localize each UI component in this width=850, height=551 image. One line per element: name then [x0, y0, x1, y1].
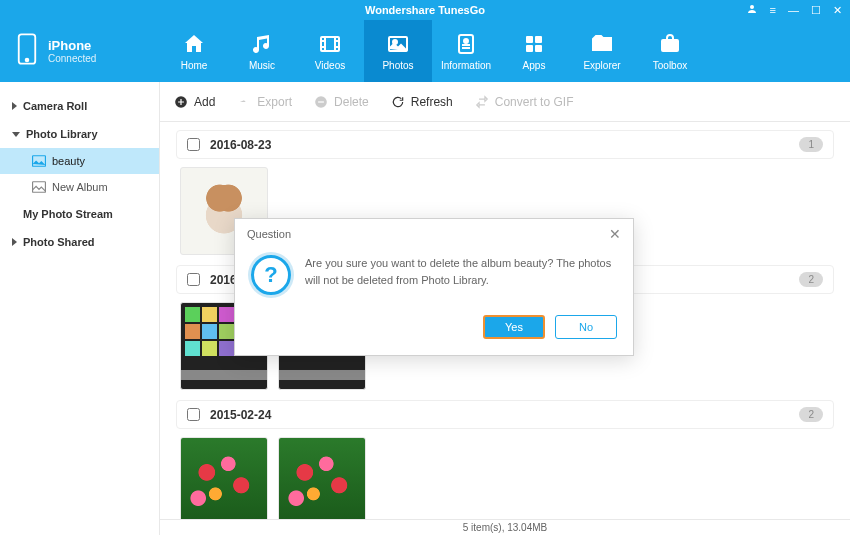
- toolbox-icon: [658, 32, 682, 56]
- device-status: Connected: [48, 53, 96, 64]
- photo-icon: [32, 155, 46, 167]
- minus-icon: [314, 95, 328, 109]
- add-button[interactable]: Add: [174, 95, 215, 109]
- information-icon: [454, 32, 478, 56]
- count-badge: 2: [799, 272, 823, 287]
- svg-point-7: [464, 39, 468, 43]
- statusbar: 5 item(s), 13.04MB: [160, 519, 850, 535]
- dialog-title: Question: [247, 228, 291, 240]
- device-panel[interactable]: iPhone Connected: [0, 20, 160, 82]
- svg-rect-9: [535, 36, 542, 43]
- titlebar: Wondershare TunesGo ≡ — ☐ ✕: [0, 0, 850, 20]
- export-button[interactable]: Export: [237, 95, 292, 109]
- no-button[interactable]: No: [555, 315, 617, 339]
- home-icon: [182, 32, 206, 56]
- svg-rect-8: [526, 36, 533, 43]
- dialog-message: Are you sure you want to delete the albu…: [305, 255, 617, 295]
- date-group: 2015-02-24 2: [176, 400, 834, 519]
- svg-rect-10: [526, 45, 533, 52]
- nav-home[interactable]: Home: [160, 20, 228, 82]
- sidebar: Camera Roll Photo Library beauty New Alb…: [0, 82, 160, 535]
- question-icon: ?: [251, 255, 291, 295]
- group-date: 2016-08-23: [210, 138, 271, 152]
- chevron-down-icon: [12, 132, 20, 137]
- plus-icon: [174, 95, 188, 109]
- nav-information[interactable]: Information: [432, 20, 500, 82]
- chevron-right-icon: [12, 102, 17, 110]
- device-name: iPhone: [48, 38, 96, 53]
- photo-icon: [32, 181, 46, 193]
- count-badge: 2: [799, 407, 823, 422]
- videos-icon: [318, 32, 342, 56]
- app-title: Wondershare TunesGo: [365, 4, 485, 16]
- menu-icon[interactable]: ≡: [770, 4, 776, 16]
- date-header: 2015-02-24 2: [176, 400, 834, 429]
- svg-point-0: [750, 5, 754, 9]
- nav-music[interactable]: Music: [228, 20, 296, 82]
- date-header: 2016-08-23 1: [176, 130, 834, 159]
- svg-point-2: [26, 59, 29, 62]
- photo-thumb[interactable]: [278, 437, 366, 519]
- refresh-icon: [391, 95, 405, 109]
- nav-photos[interactable]: Photos: [364, 20, 432, 82]
- sidebar-photo-library[interactable]: Photo Library: [0, 120, 159, 148]
- maximize-icon[interactable]: ☐: [811, 4, 821, 17]
- nav-explorer[interactable]: Explorer: [568, 20, 636, 82]
- minimize-icon[interactable]: —: [788, 4, 799, 16]
- nav-videos[interactable]: Videos: [296, 20, 364, 82]
- group-checkbox[interactable]: [187, 138, 200, 151]
- music-icon: [250, 32, 274, 56]
- yes-button[interactable]: Yes: [483, 315, 545, 339]
- chevron-right-icon: [12, 238, 17, 246]
- group-date: 2015-02-24: [210, 408, 271, 422]
- close-icon[interactable]: ✕: [609, 226, 621, 242]
- nav-apps[interactable]: Apps: [500, 20, 568, 82]
- apps-icon: [522, 32, 546, 56]
- user-icon[interactable]: [746, 3, 758, 17]
- sidebar-item-beauty[interactable]: beauty: [0, 148, 159, 174]
- confirm-dialog: Question ✕ ? Are you sure you want to de…: [234, 218, 634, 356]
- svg-rect-3: [321, 37, 339, 51]
- svg-rect-14: [33, 182, 46, 193]
- titlebar-controls: ≡ — ☐ ✕: [746, 3, 842, 17]
- delete-button[interactable]: Delete: [314, 95, 369, 109]
- photos-icon: [386, 32, 410, 56]
- refresh-button[interactable]: Refresh: [391, 95, 453, 109]
- close-icon[interactable]: ✕: [833, 4, 842, 17]
- count-badge: 1: [799, 137, 823, 152]
- device-info: iPhone Connected: [48, 38, 96, 64]
- header: iPhone Connected Home Music Videos Photo…: [0, 20, 850, 82]
- toolbar: Add Export Delete Refresh Convert to GIF: [160, 82, 850, 122]
- sidebar-my-photo-stream[interactable]: My Photo Stream: [0, 200, 159, 228]
- sidebar-camera-roll[interactable]: Camera Roll: [0, 92, 159, 120]
- sidebar-photo-shared[interactable]: Photo Shared: [0, 228, 159, 256]
- group-checkbox[interactable]: [187, 408, 200, 421]
- convert-icon: [475, 95, 489, 109]
- convert-gif-button[interactable]: Convert to GIF: [475, 95, 574, 109]
- svg-rect-11: [535, 45, 542, 52]
- nav: Home Music Videos Photos Information App…: [160, 20, 704, 82]
- svg-rect-12: [662, 40, 678, 51]
- sidebar-item-new-album[interactable]: New Album: [0, 174, 159, 200]
- group-checkbox[interactable]: [187, 273, 200, 286]
- phone-icon: [16, 32, 38, 70]
- nav-toolbox[interactable]: Toolbox: [636, 20, 704, 82]
- explorer-icon: [590, 32, 614, 56]
- export-icon: [237, 95, 251, 109]
- photo-thumb[interactable]: [180, 437, 268, 519]
